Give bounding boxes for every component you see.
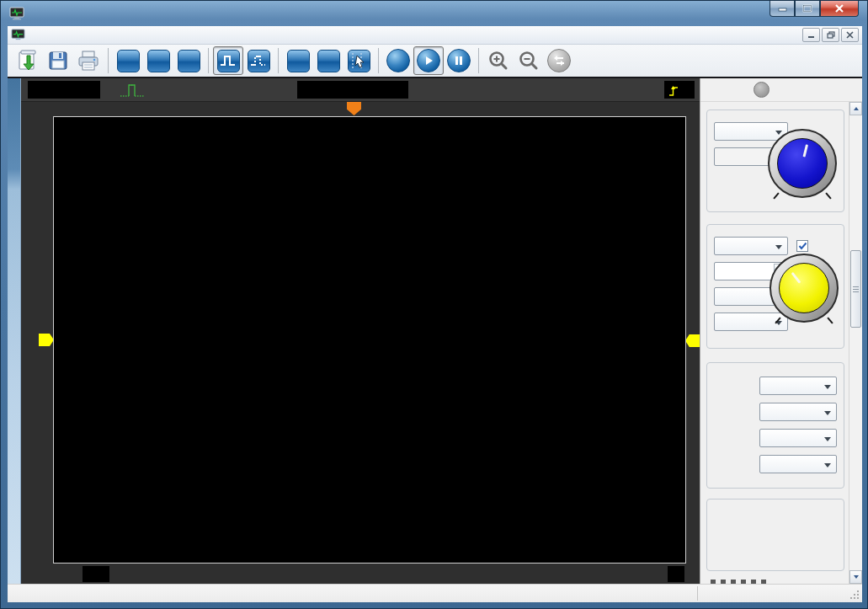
toolbar <box>8 45 862 78</box>
close-button[interactable] <box>820 1 859 17</box>
menu-bar <box>8 26 862 45</box>
menu-acquire[interactable] <box>121 33 136 38</box>
triangle-down-icon <box>854 575 859 581</box>
pass-fail-mask-icon <box>217 50 240 72</box>
control-panel <box>700 102 849 584</box>
knob-endstop <box>773 192 779 199</box>
scope-display-svg <box>54 117 685 563</box>
mask-pulse-icon <box>119 81 157 99</box>
knob-pointer <box>791 272 801 284</box>
scroll-down-button[interactable] <box>849 570 862 584</box>
mdi-restore-button[interactable] <box>822 28 839 42</box>
trigger-sweep-select[interactable] <box>759 403 837 421</box>
run-button[interactable] <box>413 46 444 75</box>
trigger-status-badge <box>28 81 100 99</box>
channel-select[interactable] <box>714 237 788 255</box>
minimize-button[interactable] <box>769 1 795 17</box>
vertical-setup-icon <box>147 50 170 72</box>
zoom-in-icon <box>487 50 509 72</box>
app-window <box>0 0 868 609</box>
control-panel-column <box>700 78 862 584</box>
trigger-readout <box>664 81 695 99</box>
horizontal-position-knob[interactable] <box>768 129 837 198</box>
scrollbar-thumb[interactable] <box>850 250 861 328</box>
vertical-position-knob[interactable] <box>769 254 839 323</box>
scope-display[interactable] <box>53 116 686 564</box>
mdi-close-button[interactable] <box>841 28 859 42</box>
sec-per-div-select[interactable] <box>714 122 788 141</box>
refresh-connection-button[interactable] <box>544 46 574 75</box>
thumb-grip <box>853 286 859 287</box>
print-button[interactable] <box>73 46 104 75</box>
app-icon <box>9 7 24 20</box>
trigger-mode-select[interactable] <box>759 377 837 395</box>
trigger-group <box>706 362 844 489</box>
zoom-out-icon <box>518 50 540 72</box>
math-button[interactable] <box>283 46 313 75</box>
knob-endstop <box>825 192 831 199</box>
waveform-preview[interactable] <box>297 81 408 99</box>
menu-utility[interactable] <box>136 33 152 38</box>
thumb-grip <box>853 291 859 292</box>
minimize-icon <box>778 5 787 13</box>
horizontal-setup-button[interactable] <box>113 46 143 75</box>
zoom-in-button[interactable] <box>483 46 514 75</box>
channel-readout <box>83 566 109 582</box>
trigger-level-marker[interactable] <box>685 334 700 347</box>
horizontal-knob-face <box>777 138 828 189</box>
pause-button[interactable] <box>444 46 474 75</box>
online-status <box>700 78 862 102</box>
resize-grip-icon[interactable] <box>849 590 860 601</box>
menu-window[interactable] <box>152 33 167 38</box>
thumb-grip <box>853 289 859 290</box>
knob-endstop <box>827 317 833 323</box>
menu-file[interactable] <box>30 33 45 38</box>
restore-button[interactable] <box>795 1 820 17</box>
vertical-group <box>706 224 844 349</box>
vertical-setup-button[interactable] <box>143 46 173 75</box>
channel-enable-checkbox[interactable] <box>796 240 812 252</box>
zoom-out-button[interactable] <box>514 46 544 75</box>
autoset-button[interactable] <box>383 46 413 75</box>
trigger-position-marker[interactable] <box>347 102 361 115</box>
panel-scrollbar[interactable] <box>849 102 862 584</box>
vertical-knob-face <box>779 263 829 313</box>
mask-edit-icon <box>248 50 270 72</box>
trigger-source-select[interactable] <box>759 429 837 447</box>
chevron-down-icon <box>824 411 831 419</box>
mask-edit-button[interactable] <box>243 46 274 75</box>
menu-display[interactable] <box>76 33 91 38</box>
menu-settings[interactable] <box>61 33 76 38</box>
trigger-setup-button[interactable] <box>173 46 204 75</box>
horizontal-group <box>706 110 844 212</box>
triangle-up-icon <box>854 104 859 110</box>
reference-button[interactable] <box>313 46 343 75</box>
chevron-down-icon <box>775 245 782 253</box>
cursor-measure-button[interactable] <box>343 46 374 75</box>
mdi-minimize-button[interactable] <box>802 28 820 42</box>
title-bar[interactable] <box>1 1 867 26</box>
channel1-ground-marker[interactable] <box>39 334 54 346</box>
scroll-up-button[interactable] <box>849 102 862 115</box>
online-indicator-icon <box>754 82 769 98</box>
open-waveform-button[interactable] <box>13 46 43 75</box>
chevron-down-icon <box>824 437 831 445</box>
refresh-connection-icon <box>547 49 571 72</box>
trigger-setup-icon <box>178 50 200 72</box>
open-waveform-icon <box>16 49 40 72</box>
mdi-child-icon[interactable] <box>11 29 25 41</box>
left-scroll-strip[interactable] <box>8 78 21 584</box>
menu-cursor[interactable] <box>91 33 106 38</box>
restore-icon <box>802 4 812 13</box>
toolbar-separator <box>278 48 279 73</box>
edge-type-select[interactable] <box>759 455 837 473</box>
print-icon <box>77 50 100 72</box>
menu-measure[interactable] <box>106 33 121 38</box>
save-button[interactable] <box>43 46 73 75</box>
menu-view[interactable] <box>45 33 61 38</box>
datetime-panel <box>697 586 847 601</box>
scrollbar-track[interactable] <box>849 115 862 570</box>
pass-fail-mask-button[interactable] <box>213 46 243 75</box>
menu-help[interactable] <box>167 33 182 38</box>
pause-icon <box>447 49 471 72</box>
